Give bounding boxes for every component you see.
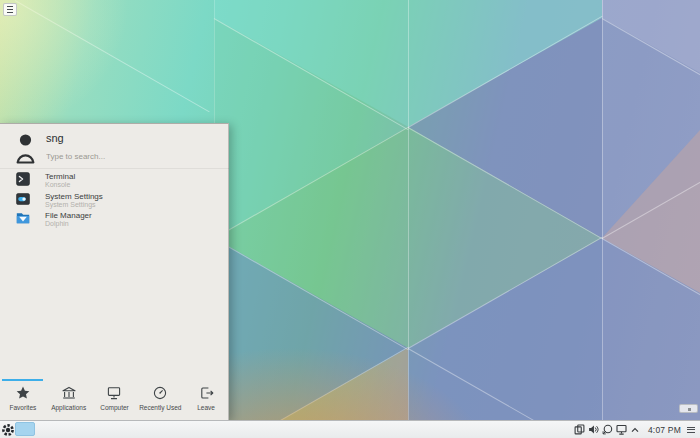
app-title: Terminal xyxy=(45,172,75,181)
active-tab-underline xyxy=(2,379,43,381)
search-input[interactable] xyxy=(46,150,206,163)
app-item-terminal[interactable]: Terminal Konsole xyxy=(0,171,229,190)
terminal-icon xyxy=(16,172,30,186)
desktop: sng Terminal Konsole System Settings Sys… xyxy=(0,0,700,438)
wallpaper-line xyxy=(408,127,603,239)
clipboard-icon[interactable] xyxy=(574,424,585,435)
tab-recently-used[interactable]: Recently Used xyxy=(137,379,183,421)
app-launcher-button[interactable] xyxy=(1,423,15,437)
clock-icon xyxy=(152,385,168,401)
tab-label: Recently Used xyxy=(139,404,181,411)
tab-favorites[interactable]: Favorites xyxy=(0,379,46,421)
launcher-tabbar: Favorites Applications Computer xyxy=(0,379,229,421)
app-title: System Settings xyxy=(45,192,103,201)
wallpaper-line xyxy=(602,18,700,130)
session-arrow-icon[interactable] xyxy=(602,424,613,435)
wallpaper-line xyxy=(214,238,409,350)
volume-icon[interactable] xyxy=(588,424,599,435)
application-launcher-menu: sng Terminal Konsole System Settings Sys… xyxy=(0,123,229,420)
folder-icon xyxy=(16,211,30,225)
wallpaper-line xyxy=(408,16,603,128)
panel-toggle-icon[interactable] xyxy=(687,426,695,434)
chevron-up-icon[interactable] xyxy=(630,425,640,435)
bank-icon xyxy=(61,385,77,401)
tab-label: Favorites xyxy=(10,404,37,411)
system-settings-icon xyxy=(16,192,30,206)
app-subtitle: Konsole xyxy=(45,181,70,188)
taskbar: 4:07 PM xyxy=(0,420,700,438)
desktop-handle-chip[interactable] xyxy=(679,404,698,413)
wallpaper-line xyxy=(602,0,603,438)
tab-applications[interactable]: Applications xyxy=(46,379,92,421)
exit-icon xyxy=(198,385,214,401)
wallpaper-line xyxy=(15,0,210,112)
app-title: File Manager xyxy=(45,211,92,220)
monitor-icon xyxy=(106,385,122,401)
wallpaper-line xyxy=(408,0,409,438)
tab-leave[interactable]: Leave xyxy=(183,379,229,421)
app-item-system-settings[interactable]: System Settings System Settings xyxy=(0,191,229,210)
star-icon xyxy=(15,385,31,401)
app-item-file-manager[interactable]: File Manager Dolphin xyxy=(0,210,229,229)
divider xyxy=(0,168,229,169)
wallpaper-line xyxy=(602,238,700,350)
wallpaper-line xyxy=(214,127,409,239)
user-name: sng xyxy=(46,132,64,144)
app-subtitle: System Settings xyxy=(45,201,96,208)
user-avatar-icon xyxy=(16,133,35,164)
tab-label: Applications xyxy=(51,404,86,411)
wallpaper-line xyxy=(214,18,409,130)
wallpaper-line xyxy=(408,237,603,349)
desktop-toolbox-button[interactable] xyxy=(3,3,17,16)
app-subtitle: Dolphin xyxy=(45,220,69,227)
tab-label: Computer xyxy=(100,404,129,411)
wallpaper-line xyxy=(214,0,215,123)
system-tray: 4:07 PM xyxy=(573,421,700,438)
virtual-desktop-pager[interactable] xyxy=(15,422,35,436)
display-icon[interactable] xyxy=(616,424,627,435)
tab-label: Leave xyxy=(197,404,215,411)
clock[interactable]: 4:07 PM xyxy=(648,425,681,435)
tab-computer[interactable]: Computer xyxy=(92,379,138,421)
wallpaper-line xyxy=(602,127,700,239)
